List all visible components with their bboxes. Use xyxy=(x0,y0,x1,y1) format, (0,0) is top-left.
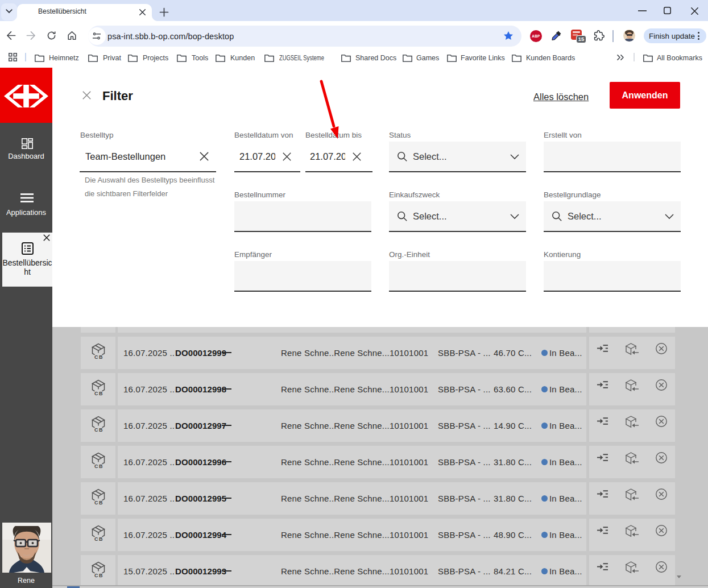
svg-text:CB: CB xyxy=(94,463,103,469)
svg-text:CB: CB xyxy=(94,391,103,396)
svg-text:CB: CB xyxy=(94,354,103,360)
svg-text:CB: CB xyxy=(94,573,103,578)
svg-text:CB: CB xyxy=(94,500,103,506)
svg-text:CB: CB xyxy=(94,427,103,433)
svg-text:CB: CB xyxy=(94,536,103,542)
